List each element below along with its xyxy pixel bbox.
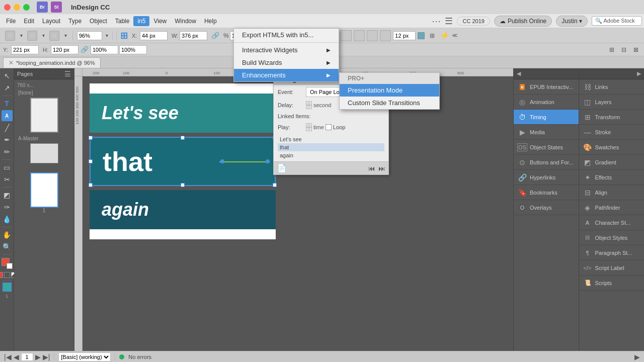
menu-layout[interactable]: Layout: [38, 16, 64, 26]
handle-ml[interactable]: [89, 159, 93, 163]
fx-icon[interactable]: fx: [341, 30, 352, 41]
maximize-button[interactable]: [23, 4, 30, 11]
handle-bl[interactable]: [89, 183, 93, 187]
menu-window[interactable]: Window: [171, 16, 200, 26]
frame-tool[interactable]: ⊞: [5, 31, 15, 41]
submenu-custom-transitions[interactable]: Custom Slide Transitions: [340, 97, 439, 109]
page-input[interactable]: [21, 353, 33, 361]
corner-input[interactable]: [393, 31, 416, 40]
chain-icon[interactable]: 🔗: [80, 46, 89, 53]
color-swatch[interactable]: [418, 32, 425, 39]
rpanel-pathfinder[interactable]: ◈ Pathfinder: [579, 200, 645, 215]
submenu-presentation-mode[interactable]: Presentation Mode: [340, 84, 439, 97]
y-input[interactable]: [11, 45, 39, 54]
rpanel-media[interactable]: ▶ Media: [514, 125, 579, 140]
gradient-tool[interactable]: ◩: [2, 190, 13, 201]
rpanel-links[interactable]: ⛓ Links: [579, 79, 645, 95]
rpanel-transform[interactable]: ⊞ Transform: [579, 110, 645, 125]
menu-edit[interactable]: Edit: [20, 16, 38, 26]
line-tool[interactable]: ╱: [2, 122, 13, 133]
grid-tool-arrow[interactable]: ▾: [38, 31, 48, 41]
timing-item-0[interactable]: Let's see: [278, 135, 384, 143]
stroke-mode[interactable]: [4, 272, 10, 278]
text-active-tool[interactable]: A: [2, 110, 13, 121]
col1-collapse-icon[interactable]: ◀: [517, 70, 521, 77]
rpanel-gradient[interactable]: ◩ Gradient: [579, 155, 645, 170]
page-icon[interactable]: 📄: [277, 163, 287, 173]
menu-interactive-widgets[interactable]: Interactive Widgets ▶: [234, 44, 339, 56]
page1-thumb[interactable]: [30, 172, 58, 208]
dist-icon[interactable]: ⊠: [631, 45, 641, 55]
hand-tool[interactable]: ✋: [2, 229, 13, 240]
rpanel-hyperlinks[interactable]: 🔗 Hyperlinks: [514, 170, 579, 185]
rpanel-bookmarks[interactable]: 🔖 Bookmarks: [514, 185, 579, 200]
prev-page-btn[interactable]: ◀: [14, 353, 19, 361]
cols-icon[interactable]: ⊞: [607, 45, 617, 55]
lightning-icon[interactable]: ⚡: [440, 31, 450, 40]
bg-color[interactable]: [7, 263, 13, 269]
section-that[interactable]: that: [90, 137, 276, 186]
search-input[interactable]: 🔍 Adobe Stock: [592, 16, 642, 26]
eyedropper-tool[interactable]: 💧: [2, 214, 13, 225]
menu-object[interactable]: Object: [86, 16, 111, 26]
pen-tool[interactable]: ✒: [2, 134, 13, 145]
loop-checkbox[interactable]: [326, 124, 332, 130]
view-tool[interactable]: ⊠: [49, 31, 59, 41]
rpanel-paragraph-styles[interactable]: ¶ Paragraph St...: [579, 245, 645, 260]
frame-tool-arrow[interactable]: ▾: [16, 31, 26, 41]
menu-help[interactable]: Help: [200, 16, 221, 26]
menu-build-wizards[interactable]: Build Wizards ▶: [234, 56, 339, 69]
select-tool[interactable]: ↖: [2, 70, 13, 81]
timing-item-1[interactable]: that: [278, 143, 384, 151]
scissors-tool[interactable]: ✂: [2, 174, 13, 185]
rpanel-epub[interactable]: e EPUB Interactiv...: [514, 79, 579, 95]
amaster-thumb[interactable]: [30, 143, 58, 163]
h-input[interactable]: [51, 45, 78, 54]
paint-tool[interactable]: ✑: [2, 202, 13, 213]
minimize-button[interactable]: [14, 4, 20, 11]
pages-menu-icon[interactable]: ☰: [64, 70, 71, 78]
w-input[interactable]: [180, 31, 207, 40]
rpanel-overlays[interactable]: O Overlays: [514, 200, 579, 215]
publish-online-button[interactable]: ☁ Publish Online: [494, 16, 552, 27]
rpanel-align[interactable]: ⊟ Align: [579, 185, 645, 200]
link-icon[interactable]: 🔗: [211, 32, 219, 39]
bridge-icon[interactable]: Br: [37, 2, 48, 13]
handle-bc[interactable]: [181, 183, 185, 187]
rpanel-animation[interactable]: ◎ Animation: [514, 95, 579, 110]
menu-in5[interactable]: in5: [133, 16, 149, 26]
next-frame-icon[interactable]: ⏭: [378, 164, 385, 172]
menu-icon[interactable]: ☰: [445, 16, 453, 27]
rpanel-effects[interactable]: ✦ Effects: [579, 170, 645, 185]
rpanel-swatches[interactable]: 🎨 Swatches: [579, 140, 645, 155]
handle-tc[interactable]: [181, 136, 185, 140]
active-tab[interactable]: ✕ *looping_animation.indd @ 96%: [3, 57, 101, 68]
close-button[interactable]: [4, 4, 11, 11]
rpanel-character-styles[interactable]: A Character St...: [579, 215, 645, 230]
handle-tl[interactable]: [89, 136, 93, 140]
none-thumb[interactable]: [30, 98, 58, 133]
user-button[interactable]: Justin ▾: [556, 16, 588, 27]
zoom-input[interactable]: [77, 31, 102, 40]
more-tools-icon[interactable]: ⊞: [427, 30, 438, 41]
rpanel-object-styles[interactable]: ⊟ Object Styles: [579, 230, 645, 245]
rpanel-script-label[interactable]: </> Script Label: [579, 260, 645, 276]
rpanel-buttons[interactable]: ⊙ Buttons and For...: [514, 155, 579, 170]
handle-br[interactable]: [273, 183, 277, 187]
menu-file[interactable]: File: [2, 16, 20, 26]
more-icon[interactable]: ⋯: [432, 16, 441, 27]
first-page-btn[interactable]: |◀: [4, 353, 12, 361]
stock-icon[interactable]: St: [51, 2, 62, 13]
play-down[interactable]: ▼: [306, 127, 312, 131]
align2-icon[interactable]: ⊠: [367, 30, 378, 41]
grid-tool[interactable]: ⊟: [27, 31, 37, 41]
zoom-tool[interactable]: 🔍: [2, 241, 13, 252]
rect-tool[interactable]: ▭: [2, 162, 13, 173]
pencil-tool[interactable]: ✏: [2, 146, 13, 157]
menu-table[interactable]: Table: [111, 16, 134, 26]
menu-enhancements[interactable]: Enhancements ▶: [234, 69, 339, 81]
timing-item-2[interactable]: again: [278, 151, 384, 159]
rows-icon[interactable]: ⊟: [619, 45, 629, 55]
rpanel-timing[interactable]: ⏱ Timing: [514, 110, 579, 125]
rpanel-stroke[interactable]: — Stroke: [579, 125, 645, 140]
